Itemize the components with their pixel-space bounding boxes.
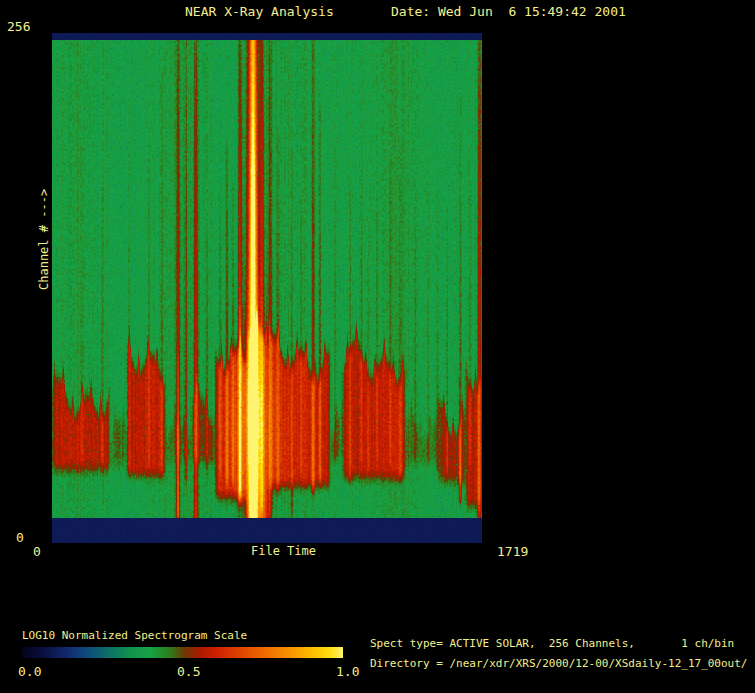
- y-axis-title: Channel # --->: [38, 189, 50, 290]
- y-axis-min-label: 0: [16, 531, 24, 544]
- x-axis-min-label: 0: [33, 545, 41, 558]
- x-axis-max-label: 1719: [497, 545, 528, 558]
- colorbar-tick-1: 1.0: [336, 665, 359, 678]
- directory-line: Directory = /near/xdr/XRS/2000/12-00/XSd…: [370, 658, 748, 669]
- date-label: Date: Wed Jun 6 15:49:42 2001: [391, 5, 626, 18]
- page-title: NEAR X-Ray Analysis: [185, 5, 334, 18]
- plot-window: NEAR X-Ray Analysis Date: Wed Jun 6 15:4…: [0, 0, 755, 693]
- spectrogram-heatmap: [52, 33, 482, 543]
- x-axis-title: File Time: [251, 545, 316, 557]
- colorbar-tick-05: 0.5: [177, 665, 200, 678]
- colorbar-tick-0: 0.0: [18, 665, 41, 678]
- colorbar-gradient: [22, 647, 343, 658]
- colorbar-label: LOG10 Normalized Spectrogram Scale: [22, 630, 247, 641]
- spect-type-line: Spect type= ACTIVE SOLAR, 256 Channels, …: [370, 638, 734, 649]
- y-axis-max-label: 256: [7, 20, 30, 33]
